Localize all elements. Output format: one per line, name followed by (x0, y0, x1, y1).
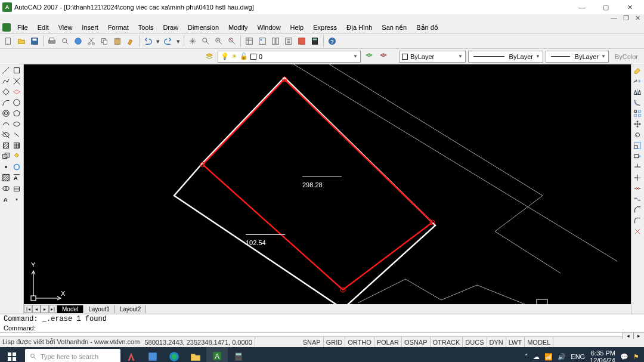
wipeout-tool[interactable] (12, 184, 21, 193)
point-tool[interactable] (12, 130, 21, 140)
command-input[interactable]: Command: (0, 324, 644, 332)
match-button[interactable] (125, 35, 137, 47)
tab-last[interactable]: ▸∣ (49, 305, 57, 313)
maximize-button[interactable]: ▢ (594, 0, 618, 14)
zoom-window-button[interactable] (213, 35, 225, 47)
close-button[interactable]: ✕ (618, 0, 642, 14)
toggle-osnap[interactable]: OSNAP (402, 337, 431, 347)
chamfer-tool[interactable] (633, 205, 642, 215)
menu-dimension[interactable]: Dimension (184, 23, 223, 32)
menu-modify[interactable]: Modify (224, 23, 252, 32)
fillet-tool[interactable] (633, 216, 642, 225)
tray-extra-icon[interactable]: ⚑ (633, 353, 639, 361)
toggle-lwt[interactable]: LWT (506, 337, 525, 347)
tray-volume-icon[interactable]: 🔊 (558, 353, 566, 361)
cut-button[interactable] (85, 35, 97, 47)
toggle-snap[interactable]: SNAP (301, 337, 324, 347)
start-button[interactable] (0, 347, 24, 362)
line-tool[interactable] (1, 66, 11, 75)
rect-tool[interactable] (1, 87, 11, 97)
join-tool[interactable] (633, 194, 642, 204)
toolpalettes-button[interactable] (270, 35, 281, 47)
preview-button[interactable] (59, 35, 71, 47)
paste-button[interactable] (112, 35, 123, 47)
table-tool[interactable] (12, 151, 21, 161)
properties-button[interactable] (243, 35, 255, 47)
help-button[interactable]: ? (326, 35, 338, 47)
tab-layout1[interactable]: Layout1 (83, 305, 115, 313)
mdi-close[interactable]: ✕ (635, 14, 640, 21)
ellipsearc-tool[interactable] (1, 119, 11, 129)
zoom-rt-button[interactable] (200, 35, 212, 47)
explode-tool[interactable] (633, 227, 642, 236)
copy-button[interactable] (98, 35, 110, 47)
task-calc[interactable] (228, 347, 249, 362)
menu-view[interactable]: View (54, 23, 77, 32)
break-tool[interactable] (633, 184, 642, 193)
menu-file[interactable]: File (13, 23, 32, 32)
move-tool[interactable] (633, 119, 642, 129)
copy-tool[interactable] (633, 76, 642, 86)
tray-chevron-icon[interactable]: ˄ (525, 353, 528, 361)
region2-tool[interactable] (1, 184, 11, 193)
offset-tool[interactable] (633, 98, 642, 107)
minimize-button[interactable]: — (570, 0, 594, 14)
mdi-minimize[interactable]: — (611, 14, 617, 21)
tab-first[interactable]: ∣◂ (24, 305, 32, 313)
drawing-canvas[interactable]: 298.28 102.54 Y X (24, 64, 631, 304)
menu-window[interactable]: Window (253, 23, 284, 32)
pline-tool[interactable] (1, 76, 11, 86)
tab-prev[interactable]: ◂ (32, 305, 41, 313)
markup-button[interactable] (296, 35, 308, 47)
lineweight-combo[interactable]: ByLayer ▼ (546, 51, 609, 63)
layer-manager-button[interactable] (203, 51, 215, 63)
mtext-tool[interactable] (1, 162, 11, 172)
pan-button[interactable] (187, 35, 199, 47)
menu-diahinh[interactable]: Địa Hình (342, 23, 376, 33)
toggle-otrack[interactable]: OTRACK (431, 337, 463, 347)
menu-tools[interactable]: Tools (134, 23, 158, 32)
undo-button[interactable] (142, 35, 154, 47)
block-tool[interactable] (1, 130, 11, 140)
menu-insert[interactable]: Insert (78, 23, 103, 32)
tab-model[interactable]: Model (57, 305, 83, 313)
tray-wifi-icon[interactable]: 📶 (544, 353, 553, 361)
scale-tool[interactable] (633, 141, 642, 150)
toggle-grid[interactable]: GRID (324, 337, 346, 347)
tray-lang[interactable]: ENG (571, 353, 585, 360)
text-tool[interactable]: A (1, 194, 11, 204)
trim-tool[interactable] (633, 162, 642, 172)
dim-tool[interactable]: A (12, 173, 21, 182)
toggle-model[interactable]: MODEL (525, 337, 553, 347)
task-app1[interactable] (142, 347, 163, 362)
plot-button[interactable] (46, 35, 58, 47)
region-tool[interactable] (1, 151, 11, 161)
hatch2-tool[interactable] (1, 173, 11, 182)
color-combo[interactable]: ByLayer ▼ (399, 51, 466, 63)
linetype-combo[interactable]: ByLayer ▼ (468, 51, 543, 63)
stretch-tool[interactable] (633, 151, 642, 161)
layer-states-button[interactable] (377, 51, 389, 63)
designcenter-button[interactable] (256, 35, 268, 47)
erase-tool[interactable] (633, 66, 642, 75)
array-tool[interactable] (633, 109, 642, 118)
tab-next[interactable]: ▸ (41, 305, 49, 313)
new-button[interactable] (2, 35, 14, 47)
arc-tool[interactable] (12, 87, 21, 97)
toggle-ducs[interactable]: DUCS (463, 337, 487, 347)
save-button[interactable] (29, 35, 41, 47)
taskbar-search[interactable]: Type here to search (25, 349, 120, 362)
menu-bando[interactable]: Bản đồ (412, 23, 442, 33)
task-autocad[interactable] (120, 347, 142, 362)
tray-clock[interactable]: 6:35 PM 12/04/24 (590, 349, 615, 362)
text-dropdown[interactable]: ▾ (12, 194, 21, 204)
sheet-button[interactable] (283, 35, 295, 47)
gradient-tool[interactable] (12, 141, 21, 150)
tray-onedrive-icon[interactable]: ☁ (533, 353, 540, 361)
task-edge[interactable] (163, 347, 185, 362)
revcloud-tool[interactable] (12, 98, 21, 107)
task-app2[interactable]: A (206, 347, 228, 362)
insert-tool[interactable] (12, 119, 21, 129)
scroll-right[interactable]: ▸ (633, 333, 644, 339)
menu-express[interactable]: Express (309, 23, 341, 32)
